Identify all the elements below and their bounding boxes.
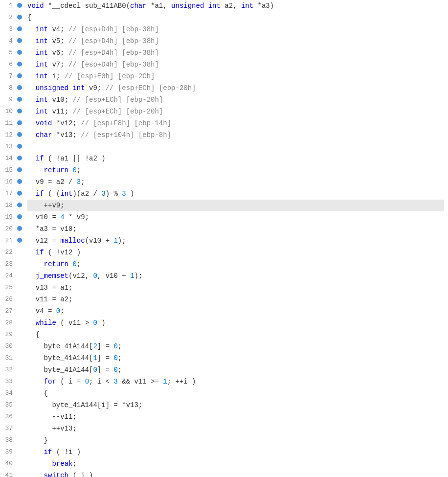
code-viewer: 1234567891011121314151617181920212223242… bbox=[0, 0, 448, 477]
kw-token: break bbox=[52, 460, 72, 468]
breakpoint-dot[interactable] bbox=[17, 156, 22, 160]
breakpoint-dot[interactable] bbox=[17, 73, 22, 78]
op-token: byte_41A144[ bbox=[27, 366, 93, 374]
kw-token: int bbox=[36, 72, 48, 80]
dot-indicators bbox=[16, 0, 23, 477]
kw-token: unsigned bbox=[36, 84, 68, 92]
code-line: int v5; // [esp+D4h] [ebp-38h] bbox=[27, 35, 444, 47]
line-number: 35 bbox=[2, 399, 13, 411]
breakpoint-dot[interactable] bbox=[17, 179, 22, 184]
line-number: 4 bbox=[2, 35, 13, 47]
kw-token: switch bbox=[44, 472, 68, 477]
op-token: ++v9; bbox=[27, 202, 65, 209]
op-token bbox=[27, 249, 36, 256]
breakpoint-dot[interactable] bbox=[17, 15, 22, 20]
line-numbers: 1234567891011121314151617181920212223242… bbox=[0, 0, 16, 477]
breakpoint-dot[interactable] bbox=[17, 3, 22, 8]
breakpoint-dot[interactable] bbox=[17, 238, 22, 243]
line-number: 23 bbox=[2, 258, 13, 270]
kw-token: char bbox=[130, 2, 147, 10]
breakpoint-dot[interactable] bbox=[17, 226, 22, 231]
breakpoint-dot[interactable] bbox=[17, 85, 22, 90]
op-token bbox=[27, 131, 36, 139]
breakpoint-dot[interactable] bbox=[17, 38, 22, 43]
op-token bbox=[27, 72, 36, 80]
dot-cell bbox=[16, 211, 23, 223]
line-number: 29 bbox=[2, 329, 13, 341]
kw-token: int bbox=[208, 2, 221, 10]
breakpoint-dot[interactable] bbox=[17, 144, 22, 149]
code-line: v4 = 0; bbox=[27, 305, 444, 317]
dot-cell bbox=[16, 223, 23, 235]
dot-cell bbox=[16, 129, 23, 141]
kw-token: for bbox=[44, 378, 56, 386]
code-line: void *v12; // [esp+F8h] [ebp-14h] bbox=[27, 117, 444, 129]
op-token: { bbox=[27, 331, 40, 339]
dot-cell bbox=[16, 59, 23, 70]
op-token: ; bbox=[81, 178, 85, 186]
breakpoint-dot[interactable] bbox=[17, 167, 22, 172]
line-number: 34 bbox=[2, 387, 13, 399]
code-content: void *__cdecl sub_411AB0(char *a1, unsig… bbox=[23, 0, 448, 477]
kw-token: int bbox=[36, 96, 48, 104]
breakpoint-dot[interactable] bbox=[17, 62, 22, 67]
breakpoint-dot[interactable] bbox=[17, 132, 22, 137]
op-token bbox=[27, 37, 36, 45]
comment-text-token: // [esp+ECh] [ebp-20h] bbox=[72, 96, 163, 104]
num-token: 0 bbox=[113, 366, 117, 374]
dot-cell bbox=[16, 200, 23, 211]
num-token: 2 bbox=[93, 342, 97, 350]
op-token: ; bbox=[77, 260, 81, 268]
comment-text-token: // [esp+F8h] [ebp-14h] bbox=[81, 119, 171, 127]
kw-token: int bbox=[72, 84, 85, 92]
op-token: v5; bbox=[48, 37, 68, 45]
line-number: 8 bbox=[2, 82, 13, 94]
breakpoint-dot[interactable] bbox=[17, 191, 22, 196]
op-token: * v9; bbox=[65, 213, 89, 221]
line-number: 24 bbox=[2, 270, 13, 282]
kw-token: int bbox=[60, 190, 72, 198]
code-line: { bbox=[27, 329, 444, 341]
num-token: 0 bbox=[113, 354, 117, 362]
breakpoint-dot[interactable] bbox=[17, 97, 22, 102]
op-token: (v12, bbox=[68, 272, 93, 280]
code-line: int v6; // [esp+D4h] [ebp-38h] bbox=[27, 47, 444, 59]
line-number: 37 bbox=[2, 423, 13, 434]
line-number: 38 bbox=[2, 434, 13, 446]
num-token: 3 bbox=[113, 378, 117, 386]
op-token: v11; bbox=[48, 108, 72, 115]
code-line: ++v13; bbox=[27, 423, 444, 434]
op-token: v11 = a2; bbox=[27, 295, 72, 303]
breakpoint-dot[interactable] bbox=[17, 214, 22, 219]
breakpoint-dot[interactable] bbox=[17, 50, 22, 55]
num-token: 3 bbox=[77, 178, 81, 186]
code-line: byte_41A144[i] = *v13; bbox=[27, 399, 444, 411]
breakpoint-dot[interactable] bbox=[17, 120, 22, 125]
op-token: )(a2 / bbox=[72, 190, 101, 198]
code-line: v9 = a2 / 3; bbox=[27, 176, 444, 188]
op-token: *v12; bbox=[52, 119, 81, 127]
comment-text-token: // [esp+D4h] [ebp-38h] bbox=[68, 25, 159, 33]
breakpoint-dot[interactable] bbox=[17, 109, 22, 114]
line-number: 13 bbox=[2, 141, 13, 153]
comment-text-token: // [esp+ECh] [ebp-20h] bbox=[72, 108, 163, 115]
code-line: { bbox=[27, 12, 444, 23]
dot-cell bbox=[16, 153, 23, 164]
op-token bbox=[27, 378, 44, 386]
op-token bbox=[27, 119, 36, 127]
op-token: a2, bbox=[221, 2, 241, 10]
op-token bbox=[204, 2, 208, 10]
kw-token: if bbox=[44, 448, 52, 456]
kw-token: int bbox=[36, 25, 48, 33]
op-token: byte_41A144[ bbox=[27, 354, 93, 362]
op-token: ; bbox=[72, 460, 76, 468]
line-number: 31 bbox=[2, 352, 13, 364]
kw-token: int bbox=[36, 61, 48, 68]
line-number: 33 bbox=[2, 376, 13, 387]
op-token: ); bbox=[118, 237, 126, 245]
line-number: 21 bbox=[2, 235, 13, 247]
op-token bbox=[27, 319, 36, 327]
line-number: 12 bbox=[2, 129, 13, 141]
breakpoint-dot[interactable] bbox=[17, 203, 22, 207]
breakpoint-dot[interactable] bbox=[17, 26, 22, 31]
